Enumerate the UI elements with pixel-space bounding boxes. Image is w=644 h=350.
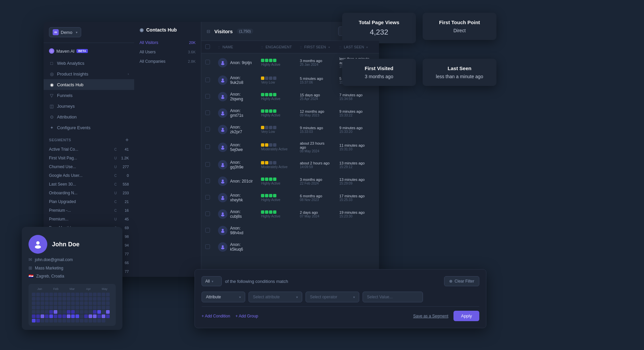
sidebar-segment-item[interactable]: Plan Upgraded C 21: [44, 197, 134, 206]
demo-icon: m: [53, 29, 59, 35]
sidebar-segment-item[interactable]: Premium... U 45: [44, 215, 134, 223]
calendar-day: [75, 310, 79, 314]
add-condition-button[interactable]: + Add Condition: [202, 314, 230, 318]
apply-button[interactable]: Apply: [453, 311, 479, 321]
segment-name: First Visit Pag...: [49, 156, 112, 160]
visitor-name-cell: Anon: gq3h9e: [218, 160, 253, 169]
row-checkbox[interactable]: [205, 179, 210, 183]
calendar-day: [36, 306, 40, 309]
visitor-name: Anon: 9rptjn: [230, 60, 252, 65]
clear-filter-button[interactable]: ⊗ Clear Filter: [444, 276, 479, 286]
table-row[interactable]: Anon: cubj8s Highly Active 2 days ago 07…: [201, 206, 379, 222]
calendar-day: [36, 314, 40, 318]
sidebar-segment-item[interactable]: Churned Use... U 277: [44, 162, 134, 171]
sidebar-item-web-analytics[interactable]: □ Web Analytics: [44, 58, 134, 68]
row-checkbox[interactable]: [205, 244, 210, 249]
table-row[interactable]: Anon: gmt71s Highly Active 12 months ago…: [201, 105, 379, 121]
calendar-day: [97, 314, 101, 318]
first-seen-secondary: 14:09:59: [300, 165, 331, 169]
row-checkbox[interactable]: [205, 162, 210, 167]
select-operator-dropdown[interactable]: Select operator ▾: [306, 292, 359, 302]
chevron-down-icon: ▾: [239, 295, 241, 299]
maven-ai-button[interactable]: Maven AI BETA: [44, 46, 134, 56]
row-checkbox[interactable]: [205, 211, 210, 216]
sidebar-item-funnels[interactable]: ▽ Funnels: [44, 90, 134, 101]
col-last-seen[interactable]: :: LAST SEEN ▾: [335, 41, 379, 53]
select-operator-placeholder: Select operator: [310, 295, 337, 299]
calendar-day: [102, 297, 105, 301]
visitor-avatar: [218, 125, 227, 134]
row-checkbox[interactable]: [205, 228, 210, 233]
sidebar-item-configure-events[interactable]: ✦ Configure Events: [44, 122, 134, 133]
row-checkbox[interactable]: [205, 110, 210, 115]
calendar-day: [62, 297, 66, 301]
table-row[interactable]: Anon: 5ej0we Moderately Active about 23 …: [201, 138, 379, 157]
add-segment-button[interactable]: +: [125, 137, 129, 143]
table-row[interactable]: Anon: 201cir Highly Active 3 months ago …: [201, 173, 379, 190]
sidebar-item-attribution[interactable]: ⊙ Attribution: [44, 111, 134, 122]
row-checkbox[interactable]: [205, 144, 210, 149]
filter-all-visitors[interactable]: All Visitors 20K: [134, 38, 201, 47]
engagement-label: Highly Active: [261, 214, 291, 218]
total-page-views-value: 4,232: [352, 28, 407, 37]
first-touch-point-value: Direct: [432, 28, 487, 33]
table-row[interactable]: Anon: 2tqwng Highly Active 15 days ago 2…: [201, 89, 379, 105]
calendar-day: [45, 314, 49, 318]
select-all-checkbox[interactable]: [205, 44, 210, 49]
contact-email: john.doe@gmail.com: [35, 257, 73, 262]
contact-card: John Doe ✉ john.doe@gmail.com ⊞ Mass Mar…: [22, 227, 122, 330]
calendar-day: [71, 314, 75, 318]
drag-icon: ::: [339, 45, 341, 49]
condition-value: All: [205, 279, 210, 284]
visitor-name: Anon: 2tqwng: [230, 92, 253, 101]
contact-location: Zagreb, Croatia: [36, 274, 64, 279]
table-row[interactable]: Anon: 98h4xd: [201, 222, 379, 239]
sidebar-item-product-insights[interactable]: ◎ Product Insights ›: [44, 68, 134, 79]
row-checkbox[interactable]: [205, 195, 210, 200]
filter-all-users[interactable]: All Users 3.6K: [134, 47, 201, 57]
filter-panel: All ▾ of the following conditions match …: [195, 269, 486, 328]
row-checkbox[interactable]: [205, 60, 210, 64]
calendar-day: [54, 314, 57, 318]
row-checkbox[interactable]: [205, 78, 210, 82]
attribute-dropdown[interactable]: Attribute ▾: [202, 292, 245, 302]
sidebar-item-journeys[interactable]: ◫ Journeys: [44, 101, 134, 111]
calendar-day: [49, 306, 53, 309]
engagement-label: Highly Active: [261, 63, 291, 66]
row-checkbox[interactable]: [205, 94, 210, 99]
engagement-bar: [261, 59, 264, 62]
table-row[interactable]: Anon: xheyhk Highly Active 6 months ago …: [201, 190, 379, 206]
sidebar-item-contacts-hub[interactable]: ◉ Contacts Hub: [44, 79, 134, 90]
sidebar-segment-item[interactable]: Premium -... C 16: [44, 206, 134, 215]
demo-badge[interactable]: m Demo ▾: [49, 27, 81, 37]
last-seen-secondary: 15:34:58: [339, 97, 375, 101]
segment-count: 45: [119, 217, 129, 221]
sidebar-segment-item[interactable]: Google Ads User... C 0: [44, 171, 134, 180]
engagement-bar: [265, 59, 268, 62]
table-row[interactable]: Anon: k5kuq6: [201, 239, 379, 255]
visitor-name-cell: Anon: gmt71s: [218, 108, 253, 118]
sidebar-segment-item[interactable]: Active Trial Co... C 41: [44, 145, 134, 154]
col-first-seen[interactable]: :: FIRST SEEN ▾: [296, 41, 335, 53]
add-group-button[interactable]: + Add Group: [235, 314, 258, 318]
sidebar-segment-item[interactable]: Last Seen 30... C 558: [44, 180, 134, 189]
save-segment-button[interactable]: Save as a Segment: [413, 314, 448, 318]
select-attribute-dropdown[interactable]: Select attribute ▾: [249, 292, 302, 302]
calendar-day: [58, 297, 62, 301]
svg-point-15: [221, 182, 224, 184]
table-row[interactable]: Anon: gq3h9e Moderately Active about 2 h…: [201, 157, 379, 173]
select-value-input[interactable]: Select Value...: [363, 292, 423, 302]
sidebar-segment-item[interactable]: Onboarding N... U 233: [44, 189, 134, 197]
condition-dropdown[interactable]: All ▾: [202, 276, 222, 286]
calendar-day: [93, 319, 97, 322]
row-checkbox[interactable]: [205, 127, 210, 132]
engagement-label: Highly Active: [261, 97, 291, 101]
engagement-bar: [261, 194, 264, 197]
calendar-day: [106, 314, 110, 318]
svg-point-3: [221, 81, 224, 83]
table-row[interactable]: Anon: zk2pr7 Very Low 9 minutes ago 15:3…: [201, 121, 379, 138]
visitor-avatar: [218, 226, 227, 235]
mini-calendar: Jan Feb Mar Apr May: [29, 284, 116, 326]
sidebar-segment-item[interactable]: First Visit Pag... U 1.2K: [44, 154, 134, 162]
filter-all-companies[interactable]: All Companies 2.8K: [134, 57, 201, 66]
